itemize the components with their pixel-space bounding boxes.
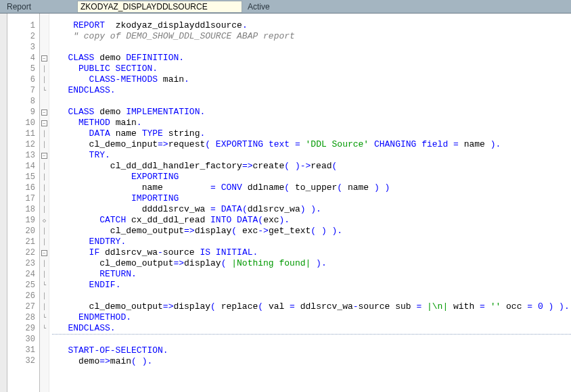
fold-cell[interactable]: │ (40, 172, 49, 182)
fold-cell[interactable] (40, 20, 49, 31)
code-line[interactable]: " copy of DEMO_SHOW_DDL_SOURCE ABAP repo… (52, 31, 571, 42)
line-number: 5 (7, 64, 39, 74)
fold-cell[interactable]: │ (40, 139, 49, 150)
code-line[interactable]: ENDCLASS. (52, 85, 571, 96)
code-line[interactable]: EXPORTING (52, 172, 571, 182)
line-number: 8 (7, 96, 39, 107)
code-line[interactable]: ENDMETHOD. (52, 312, 571, 323)
fold-cell[interactable] (40, 345, 49, 356)
code-editor: 1234567891011121314151617181920212223242… (0, 14, 571, 392)
code-line[interactable]: demo=>main( ). (52, 356, 571, 367)
fold-cell[interactable]: │ (40, 64, 49, 74)
code-line[interactable]: ENDIF. (52, 280, 571, 291)
fold-collapse-icon[interactable]: − (41, 250, 47, 256)
fold-cell[interactable]: │ (40, 128, 49, 139)
line-number: 4 (7, 53, 39, 64)
fold-cell[interactable] (40, 356, 49, 366)
fold-cell[interactable]: − (40, 53, 49, 64)
fold-cell[interactable]: └ (40, 85, 49, 96)
fold-cell[interactable]: │ (40, 301, 49, 312)
code-line[interactable]: cl_demo_output=>display( replace( val = … (52, 301, 571, 312)
line-number: 3 (7, 42, 39, 53)
code-line[interactable]: cl_demo_output=>display( exc->get_text( … (52, 226, 571, 237)
code-line[interactable] (52, 335, 571, 345)
code-line[interactable]: CLASS demo IMPLEMENTATION. (52, 107, 571, 118)
code-line[interactable]: CLASS-METHODS main. (52, 74, 571, 85)
fold-collapse-icon[interactable]: − (41, 109, 47, 116)
line-number-gutter: 1234567891011121314151617181920212223242… (7, 14, 40, 392)
code-line[interactable] (52, 42, 571, 53)
line-number: 14 (7, 161, 39, 172)
code-line[interactable]: START-OF-SELECTION. (52, 345, 571, 356)
fold-cell[interactable]: │ (40, 182, 49, 193)
line-number: 32 (7, 356, 39, 366)
program-status: Active (242, 2, 275, 11)
code-line[interactable]: IMPORTING (52, 193, 571, 204)
line-number: 12 (7, 139, 39, 150)
line-number: 13 (7, 150, 39, 161)
code-line[interactable]: CATCH cx_dd_ddl_read INTO DATA(exc). (52, 215, 571, 226)
fold-cell[interactable]: − (40, 247, 49, 258)
fold-collapse-icon[interactable]: − (41, 120, 47, 126)
line-number: 16 (7, 182, 39, 193)
line-number: 23 (7, 258, 39, 269)
line-number: 9 (7, 107, 39, 118)
line-number: 21 (7, 237, 39, 247)
fold-cell[interactable] (40, 334, 49, 345)
fold-cell[interactable]: └ (40, 280, 49, 291)
fold-cell[interactable]: │ (40, 291, 49, 301)
fold-cell[interactable] (40, 42, 49, 53)
fold-cell[interactable]: └ (40, 312, 49, 323)
fold-collapse-icon[interactable]: − (41, 55, 47, 62)
code-line[interactable]: name = CONV ddlname( to_upper( name ) ) (52, 182, 571, 193)
code-line[interactable]: cl_dd_ddl_handler_factory=>create( )->re… (52, 161, 571, 172)
code-line[interactable]: IF ddlsrcv_wa-source IS INITIAL. (52, 247, 571, 258)
code-line[interactable]: REPORT zkodyaz_displayddlsource. (52, 20, 571, 31)
line-number: 7 (7, 85, 39, 96)
fold-cell[interactable]: − (40, 107, 49, 118)
header-bar: Report Active (0, 0, 571, 14)
line-number: 27 (7, 301, 39, 312)
fold-collapse-icon[interactable]: − (41, 153, 47, 159)
line-number: 29 (7, 323, 39, 334)
fold-cell[interactable]: └ (40, 323, 49, 334)
program-name-input[interactable] (77, 1, 242, 13)
code-line[interactable] (52, 291, 571, 301)
fold-cell[interactable] (40, 31, 49, 42)
code-line[interactable]: ENDTRY. (52, 237, 571, 247)
code-line[interactable]: METHOD main. (52, 118, 571, 128)
code-line[interactable]: CLASS demo DEFINITION. (52, 53, 571, 64)
fold-cell[interactable]: − (40, 150, 49, 161)
code-line[interactable]: cl_demo_input=>request( EXPORTING text =… (52, 139, 571, 150)
line-number: 20 (7, 226, 39, 237)
fold-cell[interactable]: │ (40, 226, 49, 237)
line-number: 25 (7, 280, 39, 291)
fold-cell[interactable]: │ (40, 204, 49, 215)
fold-cell[interactable] (40, 96, 49, 107)
line-number: 18 (7, 204, 39, 215)
fold-cell[interactable]: │ (40, 258, 49, 269)
code-line[interactable]: RETURN. (52, 269, 571, 280)
code-line[interactable]: TRY. (52, 150, 571, 161)
line-number: 10 (7, 118, 39, 128)
fold-cell[interactable]: − (40, 118, 49, 128)
code-line[interactable] (52, 96, 571, 107)
line-number: 22 (7, 247, 39, 258)
line-number: 30 (7, 334, 39, 345)
bookmark-gutter[interactable] (0, 14, 7, 392)
code-line[interactable]: ddddlsrcv_wa = DATA(ddlsrcv_wa) ). (52, 204, 571, 215)
fold-cell[interactable]: │ (40, 237, 49, 247)
code-line[interactable]: DATA name TYPE string. (52, 128, 571, 139)
fold-cell[interactable]: ◇ (40, 215, 49, 226)
code-line[interactable]: cl_demo_output=>display( |Nothing found|… (52, 258, 571, 269)
fold-cell[interactable]: │ (40, 269, 49, 280)
fold-cell[interactable]: │ (40, 161, 49, 172)
fold-gutter[interactable]: −││└−−││−│││││◇││−││└││└└ (40, 14, 49, 392)
fold-cell[interactable]: │ (40, 74, 49, 85)
code-line[interactable]: ENDCLASS. (52, 323, 571, 334)
code-text-area[interactable]: REPORT zkodyaz_displayddlsource. " copy … (49, 14, 571, 392)
code-line[interactable]: PUBLIC SECTION. (52, 64, 571, 74)
line-number: 11 (7, 128, 39, 139)
fold-cell[interactable]: │ (40, 193, 49, 204)
line-number: 26 (7, 291, 39, 301)
